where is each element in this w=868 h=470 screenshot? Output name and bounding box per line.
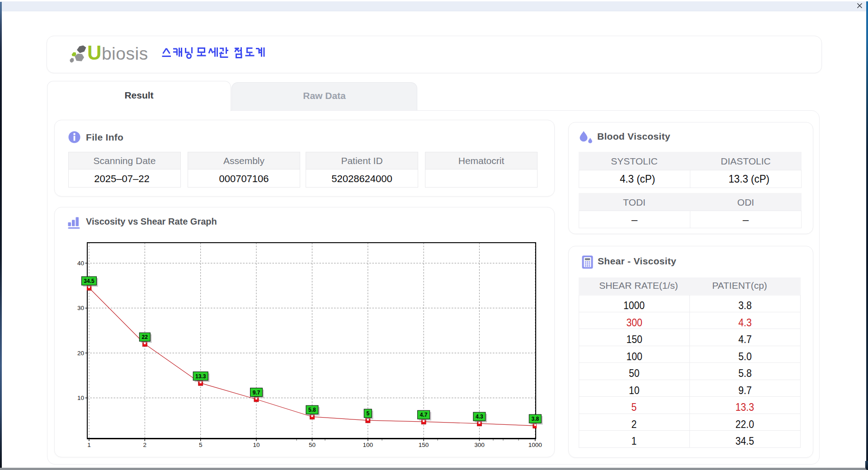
svg-text:4.3: 4.3 [476,414,483,420]
svg-text:50: 50 [309,442,316,448]
svg-text:150: 150 [419,442,429,448]
svg-text:5: 5 [199,442,203,448]
svg-text:1: 1 [87,442,91,448]
svg-text:10: 10 [253,442,259,448]
svg-text:4.7: 4.7 [420,412,428,418]
svg-text:2: 2 [143,442,147,448]
svg-text:40: 40 [77,260,84,267]
svg-text:22: 22 [142,334,148,340]
svg-text:20: 20 [77,350,84,357]
svg-text:30: 30 [77,305,84,311]
svg-text:1000: 1000 [528,442,542,448]
svg-text:9.7: 9.7 [253,390,260,396]
svg-text:100: 100 [363,442,373,448]
svg-text:5: 5 [366,410,369,417]
svg-text:13.3: 13.3 [195,373,206,380]
svg-text:10: 10 [77,395,84,401]
svg-text:300: 300 [474,442,485,448]
svg-text:34.5: 34.5 [84,278,94,284]
svg-text:3.8: 3.8 [531,416,539,422]
svg-text:5.8: 5.8 [308,407,316,413]
